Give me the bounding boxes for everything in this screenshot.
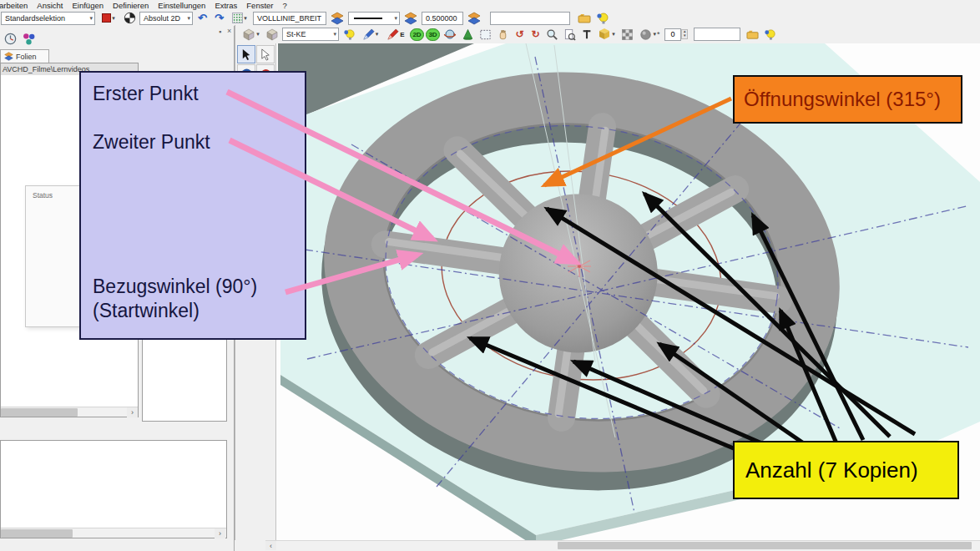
view-name-field[interactable] [694,28,740,41]
rotate-cw-button[interactable]: ↻ [528,28,543,42]
line-type-field[interactable]: VOLLLINIE_BREIT [253,12,326,25]
callout-startwinkel: (Startwinkel) [93,300,200,322]
view-3d-button[interactable]: 3D [426,28,440,41]
tree-hscrollbar[interactable]: › [1,407,138,417]
callout-box-points: Erster Punkt Zweiter Punkt Bezugswinkel … [79,71,306,340]
view-light-button[interactable] [762,28,778,42]
menu-item-ansicht[interactable]: Ansicht [35,1,70,10]
layer-tree-root-label: AVCHD_Filme\Lernvideos [3,65,89,73]
callout-zweiter-punkt: Zweiter Punkt [93,131,210,154]
pen-select-button[interactable]: ▾ [359,28,381,42]
counter-spinbox[interactable]: 0 ▲ ▼ [664,28,688,41]
detail-level-value: St-KE [286,30,306,38]
status-window-title: Status [33,191,53,200]
viewport-hscrollbar-thumb[interactable] [558,542,972,549]
menu-item-extras[interactable]: Extras [213,1,245,10]
rotate-view-button[interactable] [442,28,458,42]
properties-hscrollbar[interactable]: › [1,528,226,538]
menu-item-einstellungen[interactable]: Einstellungen [156,1,213,10]
chevron-down-icon: ▾ [331,31,336,38]
chevron-down-icon: ▾ [244,15,247,22]
undo-icon: ↶ [198,13,207,23]
plane-select-button[interactable] [264,28,280,42]
callout-box-anzahl: Anzahl (7 Kopien) [733,441,959,499]
undo-button[interactable]: ↶ [195,11,210,25]
line-type-value: VOLLLINIE_BREIT [257,14,321,23]
grid-icon [232,13,243,23]
menu-item-help[interactable]: ? [281,1,295,10]
chevron-down-icon: ▾ [391,15,397,22]
menu-bar: arbeiten Ansicht Einfügen Definieren Ein… [0,0,980,10]
chevron-down-icon: ▾ [87,15,93,22]
history-icon[interactable] [3,32,18,46]
chevron-down-icon: ▾ [376,31,379,38]
properties-hscrollbar-thumb[interactable] [1,529,73,538]
pen-layer-button[interactable] [466,11,482,25]
grid-settings-button[interactable]: ▾ [229,11,250,25]
viewport-toolbar: ▾ St-KE ▾ ▾ E 2D 3D [235,25,980,43]
properties-scroll-right-button[interactable]: › [215,528,225,538]
redo-icon: ↷ [215,13,224,23]
render-mode-button[interactable] [460,28,476,42]
zoom-dynamic-button[interactable] [544,28,560,42]
pen-name-field[interactable] [490,12,570,25]
solid-display-button[interactable]: ▾ [595,28,618,42]
menu-item-bearbeiten[interactable]: arbeiten [0,1,35,10]
detail-level-combo[interactable]: St-KE ▾ [282,28,339,41]
panel-pin-icon[interactable]: ▪ [219,28,221,36]
rotate-cw-icon: ↻ [531,29,539,39]
line-width-field[interactable]: 0.500000 [422,12,463,25]
chevron-down-icon: ▾ [112,15,115,22]
tab-folien[interactable]: Folien [0,49,49,63]
selection-mode-combo[interactable]: Standardselektion ▾ [1,12,95,25]
viewport-hscrollbar[interactable]: ‹ [265,540,980,550]
edit-pen-button[interactable]: E [383,28,408,42]
chevron-down-icon: ▾ [184,15,190,22]
text-cursor-button[interactable] [579,28,594,42]
spin-down-icon[interactable]: ▼ [683,34,686,38]
color-group-icon[interactable] [22,32,36,46]
menu-item-definieren[interactable]: Definieren [111,1,156,10]
pan-button[interactable] [495,28,511,42]
line-width-layer-button[interactable] [402,11,419,25]
line-width-value: 0.500000 [426,14,457,23]
menu-item-einfuegen[interactable]: Einfügen [71,1,112,10]
callout-anzahl-label: Anzahl (7 Kopien) [745,457,918,483]
properties-panel[interactable] [0,440,227,538]
counter-value: 0 [664,28,681,41]
viewport-scroll-left-button[interactable]: ‹ [265,541,276,550]
line-style-preview [352,15,384,22]
menu-item-fenster[interactable]: Fenster [245,1,280,10]
chevron-down-icon: ▾ [653,31,656,38]
selection-mode-value: Standardselektion [5,14,65,23]
coordinate-mode-combo[interactable]: Absolut 2D ▾ [139,12,193,25]
select-tool-button[interactable] [237,45,255,63]
view-orientation-button[interactable]: ▾ [240,28,262,42]
redo-button[interactable]: ↷ [212,11,226,25]
tree-hscrollbar-thumb[interactable] [1,408,78,417]
select-alt-tool-button[interactable] [256,45,275,63]
open-folder-button[interactable] [576,11,592,25]
color-picker-button[interactable]: ▾ [98,11,119,25]
coordinate-origin-button[interactable] [122,11,137,25]
line-style-combo[interactable]: ▾ [348,12,400,25]
line-type-layer-button[interactable] [329,11,346,25]
folien-tab-label: Folien [16,53,37,61]
open-view-button[interactable] [745,28,760,42]
callout-bezugswinkel: Bezugswinkel (90°) [93,276,257,298]
zoom-window-button[interactable] [477,28,493,42]
layer-visibility-button[interactable] [594,11,610,25]
rotate-ccw-button[interactable]: ↺ [513,28,527,42]
folien-tab-icon [4,52,13,61]
light-toggle-button[interactable] [341,28,357,42]
star-mark: * [657,30,660,38]
callout-box-oeffnungswinkel: Öffnungswinkel (315°) [733,75,962,124]
shading-button[interactable]: ▾ * [637,28,663,42]
texture-button[interactable] [619,28,635,42]
panel-close-icon[interactable]: × [227,27,231,35]
chevron-down-icon: ▾ [256,31,260,38]
tree-scroll-right-button[interactable]: › [127,407,138,417]
rotate-ccw-icon: ↺ [515,29,523,39]
view-2d-button[interactable]: 2D [410,28,424,41]
zoom-extents-button[interactable] [562,28,578,42]
